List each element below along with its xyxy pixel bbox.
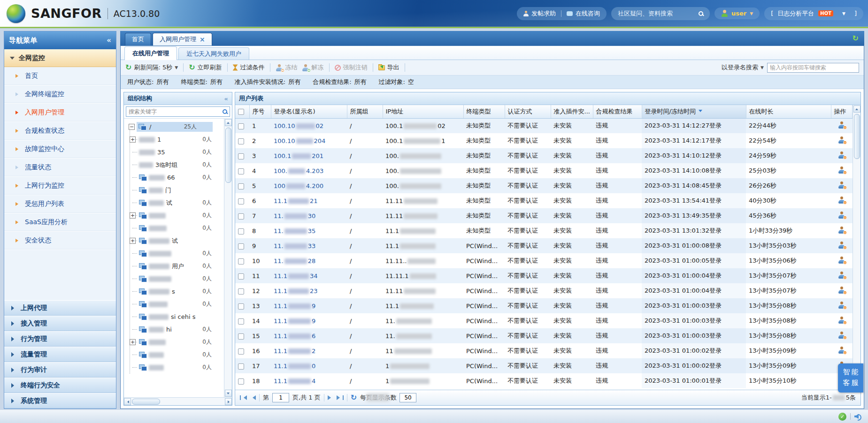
row-checkbox[interactable]	[238, 333, 244, 340]
scroll-down-button[interactable]	[225, 390, 232, 397]
user-menu[interactable]: user ▼	[714, 8, 760, 19]
next-page-button[interactable]	[328, 395, 333, 400]
tree-node[interactable]: hi 0人	[127, 323, 224, 336]
tree-node[interactable]: + 1 0人	[127, 133, 224, 146]
row-checkbox[interactable]	[238, 153, 244, 159]
tree-node[interactable]: si cehi s	[127, 310, 224, 323]
cell-login-name[interactable]: 11.16	[271, 328, 347, 343]
post-help-link[interactable]: 发帖求助	[523, 9, 556, 18]
sidebar-section-monitoring[interactable]: 全网监控	[4, 49, 116, 67]
row-checkbox[interactable]	[238, 213, 244, 219]
sidebar-item-入网用户管理[interactable]: 入网用户管理	[4, 104, 116, 122]
sidebar-item-安全状态[interactable]: 安全状态	[4, 232, 116, 250]
refresh-now-button[interactable]: ↻ 立即刷新	[189, 63, 222, 72]
scroll-right-button[interactable]	[225, 398, 232, 405]
sidebar-item-合规检查状态[interactable]: 合规检查状态	[4, 122, 116, 140]
collapse-node-icon[interactable]: −	[129, 124, 135, 130]
cell-login-name[interactable]: 11.12	[271, 343, 347, 358]
sidebar-item-全网终端监控[interactable]: 全网终端监控	[4, 85, 116, 104]
org-collapse-icon[interactable]: «	[224, 95, 228, 102]
row-checkbox[interactable]	[238, 378, 244, 385]
tree-node[interactable]: 0人	[127, 361, 224, 374]
status-ok-icon[interactable]: ✓	[838, 413, 846, 421]
freeze-user-icon[interactable]	[838, 151, 845, 159]
row-checkbox[interactable]	[238, 168, 244, 174]
per-page-input[interactable]	[399, 393, 416, 402]
table-row[interactable]: 18 11.14 / 1 PC(Wind... 不需要认证 未安装 违规 202…	[235, 373, 853, 388]
cell-login-name[interactable]: 11.19	[271, 313, 347, 328]
org-search-input[interactable]	[126, 106, 230, 117]
tree-node[interactable]: + 0人	[127, 336, 224, 348]
sidebar-section-行为审计[interactable]: 行为审计	[4, 362, 116, 378]
table-row[interactable]: 10 11.28 / 11.11.. PC(Wind... 不需要认证 未安装 …	[235, 253, 853, 268]
cell-login-name[interactable]: 11.10	[271, 358, 347, 373]
freeze-user-icon[interactable]	[838, 181, 845, 189]
scroll-thumb[interactable]	[854, 114, 860, 159]
tree-node[interactable]: + 0人	[127, 209, 224, 222]
expand-node-icon[interactable]: +	[130, 212, 136, 219]
tree-node[interactable]: 0人	[127, 247, 224, 260]
row-checkbox[interactable]	[238, 138, 244, 144]
column-header-准入插件安...[interactable]: 准入插件安...	[551, 105, 593, 118]
column-header-IP地址[interactable]: IP地址	[383, 105, 463, 118]
freeze-user-icon[interactable]	[838, 287, 845, 294]
scroll-left-button[interactable]	[124, 398, 131, 405]
tree-node[interactable]: 35 0人	[127, 146, 224, 159]
refresh-page-icon[interactable]: ↻	[351, 394, 357, 401]
row-checkbox[interactable]	[238, 183, 244, 189]
expand-node-icon[interactable]: +	[130, 339, 136, 345]
table-row[interactable]: 4 100.4.203 / 100. 未知类型 不需要认证 未安装 违规 202…	[235, 163, 853, 178]
chevron-down-icon[interactable]: ▼	[842, 11, 845, 16]
tree-node[interactable]: 试 0人	[127, 196, 224, 209]
freeze-user-icon[interactable]	[838, 212, 845, 219]
sidebar-section-终端行为安全[interactable]: 终端行为安全	[4, 378, 116, 393]
sidebar-item-故障监控中心[interactable]: 故障监控中心	[4, 140, 116, 159]
row-checkbox[interactable]	[238, 303, 244, 310]
sidebar-section-流量管理[interactable]: 流量管理	[4, 347, 116, 362]
tree-node[interactable]: 用户 0人	[127, 260, 224, 272]
tree-node[interactable]: 0人	[127, 272, 224, 285]
freeze-user-icon[interactable]	[838, 242, 845, 249]
cell-login-name[interactable]: 11.35	[271, 223, 347, 238]
row-checkbox[interactable]	[238, 288, 244, 295]
cell-login-name[interactable]: 1004.200	[271, 178, 347, 193]
row-checkbox[interactable]	[238, 228, 244, 234]
filter-conditions-button[interactable]: 过滤条件	[233, 63, 265, 72]
cell-login-name[interactable]: 11.28	[271, 253, 347, 268]
table-row[interactable]: 9 11.33 / 11.1 PC(Wind... 不需要认证 未安装 违规 2…	[235, 238, 853, 253]
column-header-序号[interactable]: 序号	[249, 105, 271, 118]
table-row[interactable]: 3 100.1201 / 100. 未知类型 不需要认证 未安装 违规 2023…	[235, 148, 853, 163]
table-row[interactable]: 14 11.19 / 11. PC(Wind... 不需要认证 未安装 违规 2…	[235, 313, 853, 328]
smart-service-badge[interactable]: 智能 客服	[838, 363, 863, 393]
tree-node[interactable]: 66 0人	[127, 171, 224, 184]
scroll-up-button[interactable]	[225, 119, 232, 126]
user-search-input[interactable]	[767, 63, 859, 73]
scroll-thumb[interactable]	[225, 128, 231, 183]
table-row[interactable]: 8 11.35 / 11.1 未知类型 不需要认证 未安装 违规 2023-03…	[235, 223, 853, 238]
table-row[interactable]: 2 100.10204 / 100.11 未知类型 不需要认证 未安装 违规 2…	[235, 133, 853, 148]
sidebar-item-受惩用户列表[interactable]: 受惩用户列表	[4, 195, 116, 213]
freeze-button[interactable]: 冻结	[276, 63, 298, 72]
table-row[interactable]: 16 11.12 / 11 PC(Wind... 不需要认证 未安装 违规 20…	[235, 343, 853, 358]
freeze-user-icon[interactable]	[838, 257, 845, 264]
freeze-user-icon[interactable]	[838, 227, 845, 234]
org-tree-scrollbar[interactable]	[224, 119, 232, 397]
table-scrollbar[interactable]	[853, 105, 860, 390]
row-checkbox[interactable]	[238, 243, 244, 249]
unfreeze-button[interactable]: 解冻	[302, 63, 324, 72]
freeze-user-icon[interactable]	[838, 332, 845, 339]
cell-login-name[interactable]: 11.30	[271, 208, 347, 223]
select-all-checkbox[interactable]	[238, 109, 244, 115]
force-logout-button[interactable]: 强制注销	[335, 63, 368, 72]
table-row[interactable]: 6 11.121 / 11.11 未知类型 不需要认证 未安装 违规 2023-…	[235, 193, 853, 208]
community-search[interactable]: 社区疑问、资料搜索	[611, 7, 710, 20]
column-header-终端类型[interactable]: 终端类型	[463, 105, 505, 118]
cell-login-name[interactable]: 11.134	[271, 268, 347, 283]
column-header-合规检查结果[interactable]: 合规检查结果	[593, 105, 642, 118]
cell-login-name[interactable]: 11.33	[271, 238, 347, 253]
row-checkbox[interactable]	[238, 348, 244, 355]
tree-node[interactable]: 0人	[127, 348, 224, 361]
table-row[interactable]: 15 11.16 / 11. PC(Wind... 不需要认证 未安装 违规 2…	[235, 328, 853, 343]
sidebar-item-首页[interactable]: 首页	[4, 67, 116, 85]
sidebar-collapse-icon[interactable]: «	[107, 36, 111, 45]
